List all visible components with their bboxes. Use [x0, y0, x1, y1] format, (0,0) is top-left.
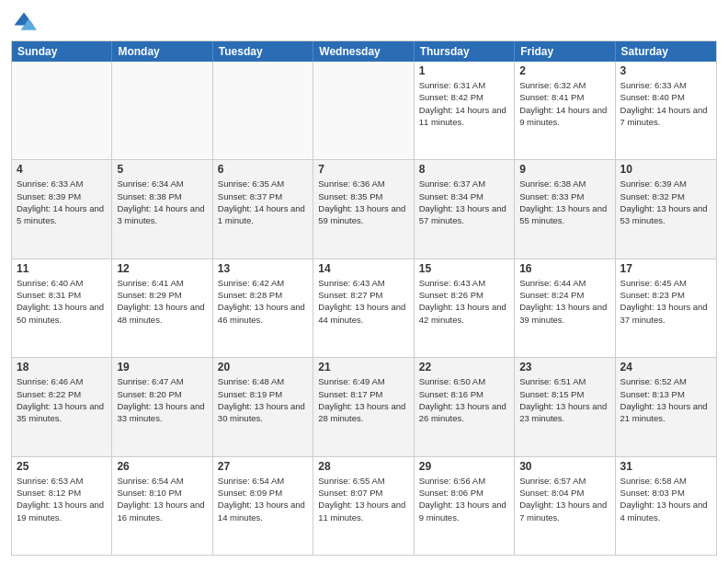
day-info: Sunrise: 6:35 AM Sunset: 8:37 PM Dayligh…	[218, 178, 308, 226]
day-number: 16	[519, 262, 609, 275]
calendar-row-1: 4Sunrise: 6:33 AM Sunset: 8:39 PM Daylig…	[12, 159, 716, 258]
logo-icon	[11, 9, 37, 35]
day-cell-3: 3Sunrise: 6:33 AM Sunset: 8:40 PM Daylig…	[616, 62, 716, 159]
day-number: 24	[620, 361, 711, 373]
calendar-row-4: 25Sunrise: 6:53 AM Sunset: 8:12 PM Dayli…	[12, 456, 716, 555]
day-number: 7	[318, 163, 408, 176]
day-number: 20	[218, 361, 308, 373]
day-info: Sunrise: 6:42 AM Sunset: 8:28 PM Dayligh…	[218, 277, 308, 326]
day-number: 30	[519, 460, 609, 473]
day-number: 6	[218, 163, 308, 176]
empty-cell	[12, 62, 112, 159]
day-number: 8	[419, 163, 509, 176]
day-info: Sunrise: 6:52 AM Sunset: 8:13 PM Dayligh…	[620, 375, 711, 424]
day-cell-2: 2Sunrise: 6:32 AM Sunset: 8:41 PM Daylig…	[515, 62, 615, 159]
day-number: 10	[620, 163, 711, 176]
day-cell-29: 29Sunrise: 6:56 AM Sunset: 8:06 PM Dayli…	[415, 457, 515, 555]
page: SundayMondayTuesdayWednesdayThursdayFrid…	[0, 0, 728, 563]
day-cell-1: 1Sunrise: 6:31 AM Sunset: 8:42 PM Daylig…	[415, 62, 515, 159]
day-number: 2	[519, 64, 609, 77]
day-info: Sunrise: 6:33 AM Sunset: 8:40 PM Dayligh…	[620, 79, 711, 128]
day-cell-14: 14Sunrise: 6:43 AM Sunset: 8:27 PM Dayli…	[313, 259, 414, 357]
header-day-sunday: Sunday	[12, 41, 112, 62]
day-number: 1	[419, 64, 509, 77]
header-day-saturday: Saturday	[616, 41, 716, 62]
empty-cell	[313, 62, 414, 159]
day-number: 12	[117, 262, 207, 275]
day-info: Sunrise: 6:37 AM Sunset: 8:34 PM Dayligh…	[419, 178, 509, 226]
day-cell-10: 10Sunrise: 6:39 AM Sunset: 8:32 PM Dayli…	[616, 160, 716, 258]
day-cell-18: 18Sunrise: 6:46 AM Sunset: 8:22 PM Dayli…	[12, 358, 112, 455]
day-cell-17: 17Sunrise: 6:45 AM Sunset: 8:23 PM Dayli…	[616, 259, 716, 357]
day-info: Sunrise: 6:56 AM Sunset: 8:06 PM Dayligh…	[419, 475, 509, 523]
day-cell-26: 26Sunrise: 6:54 AM Sunset: 8:10 PM Dayli…	[112, 457, 212, 555]
calendar-header: SundayMondayTuesdayWednesdayThursdayFrid…	[12, 41, 716, 62]
day-number: 26	[117, 460, 207, 473]
day-cell-15: 15Sunrise: 6:43 AM Sunset: 8:26 PM Dayli…	[415, 259, 515, 357]
day-number: 28	[318, 460, 408, 473]
day-info: Sunrise: 6:31 AM Sunset: 8:42 PM Dayligh…	[419, 79, 509, 128]
day-cell-11: 11Sunrise: 6:40 AM Sunset: 8:31 PM Dayli…	[12, 259, 112, 357]
day-info: Sunrise: 6:57 AM Sunset: 8:04 PM Dayligh…	[519, 475, 609, 523]
day-cell-8: 8Sunrise: 6:37 AM Sunset: 8:34 PM Daylig…	[415, 160, 515, 258]
day-info: Sunrise: 6:51 AM Sunset: 8:15 PM Dayligh…	[519, 375, 609, 424]
day-number: 29	[419, 460, 509, 473]
day-info: Sunrise: 6:32 AM Sunset: 8:41 PM Dayligh…	[519, 79, 609, 128]
day-cell-7: 7Sunrise: 6:36 AM Sunset: 8:35 PM Daylig…	[313, 160, 414, 258]
day-info: Sunrise: 6:50 AM Sunset: 8:16 PM Dayligh…	[419, 375, 509, 424]
header-day-monday: Monday	[112, 41, 212, 62]
day-cell-13: 13Sunrise: 6:42 AM Sunset: 8:28 PM Dayli…	[213, 259, 313, 357]
day-cell-6: 6Sunrise: 6:35 AM Sunset: 8:37 PM Daylig…	[213, 160, 313, 258]
day-info: Sunrise: 6:55 AM Sunset: 8:07 PM Dayligh…	[318, 475, 408, 523]
day-cell-21: 21Sunrise: 6:49 AM Sunset: 8:17 PM Dayli…	[313, 358, 414, 455]
calendar-body: 1Sunrise: 6:31 AM Sunset: 8:42 PM Daylig…	[12, 62, 716, 555]
day-info: Sunrise: 6:58 AM Sunset: 8:03 PM Dayligh…	[620, 475, 711, 523]
day-cell-28: 28Sunrise: 6:55 AM Sunset: 8:07 PM Dayli…	[313, 457, 414, 555]
day-number: 15	[419, 262, 509, 275]
day-info: Sunrise: 6:47 AM Sunset: 8:20 PM Dayligh…	[117, 375, 207, 424]
day-info: Sunrise: 6:41 AM Sunset: 8:29 PM Dayligh…	[117, 277, 207, 326]
day-cell-27: 27Sunrise: 6:54 AM Sunset: 8:09 PM Dayli…	[213, 457, 313, 555]
calendar-row-2: 11Sunrise: 6:40 AM Sunset: 8:31 PM Dayli…	[12, 259, 716, 357]
day-number: 9	[519, 163, 609, 176]
calendar-row-0: 1Sunrise: 6:31 AM Sunset: 8:42 PM Daylig…	[12, 62, 716, 159]
day-info: Sunrise: 6:39 AM Sunset: 8:32 PM Dayligh…	[620, 178, 711, 226]
day-number: 25	[17, 460, 107, 473]
logo	[11, 9, 40, 35]
day-number: 27	[218, 460, 308, 473]
header-day-tuesday: Tuesday	[213, 41, 313, 62]
day-info: Sunrise: 6:49 AM Sunset: 8:17 PM Dayligh…	[318, 375, 408, 424]
day-info: Sunrise: 6:45 AM Sunset: 8:23 PM Dayligh…	[620, 277, 711, 326]
day-info: Sunrise: 6:43 AM Sunset: 8:26 PM Dayligh…	[419, 277, 509, 326]
day-info: Sunrise: 6:46 AM Sunset: 8:22 PM Dayligh…	[17, 375, 107, 424]
day-number: 19	[117, 361, 207, 373]
day-cell-12: 12Sunrise: 6:41 AM Sunset: 8:29 PM Dayli…	[112, 259, 212, 357]
day-number: 21	[318, 361, 408, 373]
day-number: 17	[620, 262, 711, 275]
day-info: Sunrise: 6:48 AM Sunset: 8:19 PM Dayligh…	[218, 375, 308, 424]
day-info: Sunrise: 6:43 AM Sunset: 8:27 PM Dayligh…	[318, 277, 408, 326]
day-info: Sunrise: 6:53 AM Sunset: 8:12 PM Dayligh…	[17, 475, 107, 523]
empty-cell	[213, 62, 313, 159]
day-cell-16: 16Sunrise: 6:44 AM Sunset: 8:24 PM Dayli…	[515, 259, 615, 357]
header-day-wednesday: Wednesday	[313, 41, 414, 62]
day-number: 18	[17, 361, 107, 373]
day-cell-23: 23Sunrise: 6:51 AM Sunset: 8:15 PM Dayli…	[515, 358, 615, 455]
day-info: Sunrise: 6:34 AM Sunset: 8:38 PM Dayligh…	[117, 178, 207, 226]
empty-cell	[112, 62, 212, 159]
day-cell-9: 9Sunrise: 6:38 AM Sunset: 8:33 PM Daylig…	[515, 160, 615, 258]
day-cell-19: 19Sunrise: 6:47 AM Sunset: 8:20 PM Dayli…	[112, 358, 212, 455]
day-number: 22	[419, 361, 509, 373]
day-number: 14	[318, 262, 408, 275]
day-info: Sunrise: 6:36 AM Sunset: 8:35 PM Dayligh…	[318, 178, 408, 226]
day-number: 3	[620, 64, 711, 77]
day-number: 4	[17, 163, 107, 176]
day-cell-5: 5Sunrise: 6:34 AM Sunset: 8:38 PM Daylig…	[112, 160, 212, 258]
day-cell-25: 25Sunrise: 6:53 AM Sunset: 8:12 PM Dayli…	[12, 457, 112, 555]
day-info: Sunrise: 6:38 AM Sunset: 8:33 PM Dayligh…	[519, 178, 609, 226]
day-cell-22: 22Sunrise: 6:50 AM Sunset: 8:16 PM Dayli…	[415, 358, 515, 455]
day-info: Sunrise: 6:54 AM Sunset: 8:09 PM Dayligh…	[218, 475, 308, 523]
calendar: SundayMondayTuesdayWednesdayThursdayFrid…	[11, 40, 717, 556]
day-info: Sunrise: 6:40 AM Sunset: 8:31 PM Dayligh…	[17, 277, 107, 326]
header-day-friday: Friday	[515, 41, 615, 62]
